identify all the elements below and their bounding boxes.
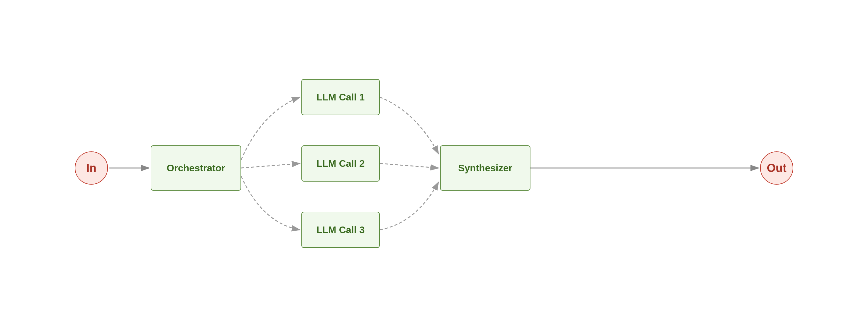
node-synthesizer-label: Synthesizer <box>458 163 513 174</box>
node-in: In <box>75 151 108 185</box>
node-llm3: LLM Call 3 <box>301 212 380 248</box>
node-out: Out <box>760 151 793 185</box>
node-llm2-label: LLM Call 2 <box>316 158 365 169</box>
node-synthesizer: Synthesizer <box>440 145 530 191</box>
node-in-label: In <box>86 162 96 175</box>
node-llm1: LLM Call 1 <box>301 79 380 115</box>
node-orchestrator: Orchestrator <box>151 145 241 191</box>
node-llm1-label: LLM Call 1 <box>316 92 365 103</box>
node-llm3-label: LLM Call 3 <box>316 224 365 235</box>
nodes-layer: In Out Orchestrator LLM Call 1 LLM Call … <box>0 0 868 336</box>
diagram-container: In Out Orchestrator LLM Call 1 LLM Call … <box>0 0 868 336</box>
node-llm2: LLM Call 2 <box>301 145 380 181</box>
node-out-label: Out <box>767 162 786 175</box>
node-orchestrator-label: Orchestrator <box>167 163 225 174</box>
